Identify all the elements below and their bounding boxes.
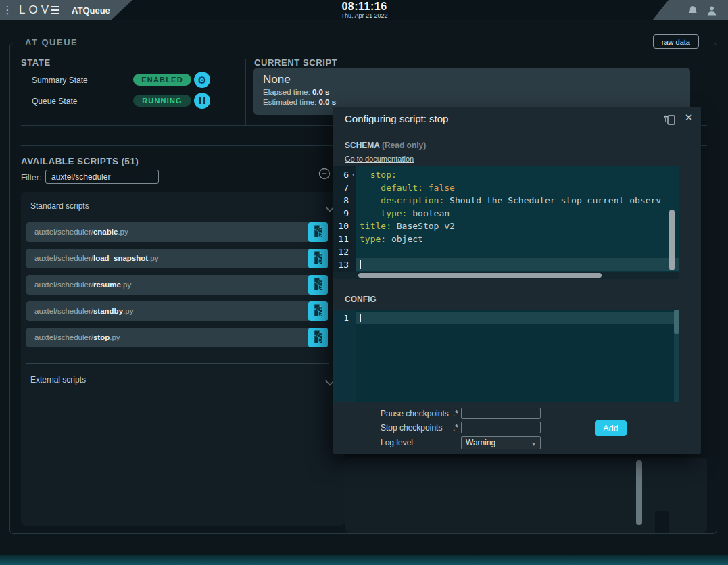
log-level-select[interactable]: Warning ▾ xyxy=(461,436,541,449)
panel-legend: AT QUEUE xyxy=(20,37,83,47)
line-number: 12 xyxy=(333,245,356,258)
script-path: auxtel/scheduler/stop.py xyxy=(34,328,120,347)
add-script-button[interactable]: Add xyxy=(595,420,627,436)
atqueue-view: ⋮ LOV ATQueue 08:11:16 Thu, Apr 21 2022 xyxy=(0,0,728,565)
external-scripts-header[interactable]: External scripts xyxy=(30,375,86,385)
read-only-note: (Read only) xyxy=(382,141,426,150)
estimated-time: Estimated time: 0.0 s xyxy=(263,97,690,107)
svg-text:</>: </> xyxy=(314,279,322,284)
code-line: 13 xyxy=(333,258,679,271)
scripts-group-divider xyxy=(26,363,329,364)
code-line: 10title: BaseStop v2 xyxy=(333,220,679,232)
launch-script-button[interactable]: </> xyxy=(308,222,328,242)
script-list-item[interactable]: auxtel/scheduler/load_snapshot.py </> xyxy=(26,249,328,268)
launch-script-button[interactable]: </> xyxy=(308,249,328,268)
scripts-list-container: Standard scripts auxtel/scheduler/enable… xyxy=(21,192,345,526)
script-list-item[interactable]: auxtel/scheduler/resume.py </> xyxy=(26,275,328,295)
pause-queue-button[interactable] xyxy=(194,93,210,109)
code-line: 9 type: boolean xyxy=(333,207,679,220)
stop-checkpoints-label: Stop checkpoints xyxy=(381,423,442,433)
launch-script-button[interactable]: </> xyxy=(308,301,328,321)
topbar-left-section: ⋮ LOV ATQueue xyxy=(0,0,132,20)
config-section-title: CONFIG xyxy=(345,295,377,304)
collapse-list-icon[interactable] xyxy=(318,168,331,180)
pause-checkpoints-label: Pause checkpoints xyxy=(381,409,449,418)
code-line: 7 default: false xyxy=(333,181,679,194)
summary-state-badge: ENABLED xyxy=(133,74,191,86)
svg-text:</>: </> xyxy=(314,253,322,257)
chevron-down-icon: ▾ xyxy=(532,438,535,450)
launch-script-button[interactable]: </> xyxy=(308,275,328,295)
clock-date: Thu, Apr 21 2022 xyxy=(316,12,412,19)
script-file-icon: </> xyxy=(311,224,325,241)
close-icon[interactable]: ✕ xyxy=(683,112,695,124)
log-level-label: Log level xyxy=(381,438,413,447)
script-list-item[interactable]: auxtel/scheduler/enable.py </> xyxy=(26,222,328,242)
horizontal-scrollbar[interactable] xyxy=(358,273,602,278)
user-account-icon[interactable] xyxy=(706,5,717,16)
pause-checkpoints-hint: .* xyxy=(446,409,458,418)
summary-state-gear-button[interactable]: ⚙ xyxy=(194,72,210,88)
vertical-scrollbar[interactable] xyxy=(636,460,642,525)
line-number: 6▾ xyxy=(333,168,356,181)
gear-icon: ⚙ xyxy=(197,75,206,85)
line-number: 7 xyxy=(333,181,356,194)
code-line: 1 xyxy=(333,312,679,324)
script-path: auxtel/scheduler/standby.py xyxy=(34,301,133,321)
code-line: 12 xyxy=(333,245,679,258)
stop-checkpoints-hint: .* xyxy=(446,423,458,433)
logo-separator xyxy=(66,6,66,15)
line-number: 1 xyxy=(333,312,356,324)
script-file-icon: </> xyxy=(311,251,325,267)
summary-state-label: Summary State xyxy=(32,76,88,85)
script-file-icon: </> xyxy=(311,303,325,320)
logo-e-bars-icon xyxy=(51,6,59,14)
code-line: 8 description: Should the Scheduler stop… xyxy=(333,194,679,207)
line-number: 8 xyxy=(333,194,356,207)
svg-text:</>: </> xyxy=(314,226,322,231)
config-code-editor[interactable]: 1 xyxy=(333,310,679,402)
detach-window-icon[interactable] xyxy=(661,113,677,126)
footer-bar xyxy=(0,555,728,565)
line-number: 10 xyxy=(333,220,356,232)
svg-text:</>: </> xyxy=(314,332,322,337)
launch-script-button[interactable]: </> xyxy=(308,328,328,347)
script-path: auxtel/scheduler/load_snapshot.py xyxy=(34,249,158,268)
script-path: auxtel/scheduler/enable.py xyxy=(34,222,128,242)
current-script-title: CURRENT SCRIPT xyxy=(254,57,337,68)
documentation-link[interactable]: Go to documentation xyxy=(345,155,414,163)
fold-caret-icon[interactable]: ▾ xyxy=(351,168,355,181)
notifications-bell-icon[interactable] xyxy=(687,5,698,16)
current-script-name: None xyxy=(263,72,690,87)
schema-code-editor[interactable]: 6▾ stop:7 default: false8 description: S… xyxy=(333,166,679,279)
love-logo: LOV xyxy=(19,3,59,17)
vertical-scrollbar[interactable] xyxy=(674,310,679,334)
menu-kebab-icon[interactable]: ⋮ xyxy=(0,4,15,16)
vertical-scrollbar[interactable] xyxy=(669,210,675,270)
queue-state-label: Queue State xyxy=(32,97,77,106)
queue-state-badge: RUNNING xyxy=(133,95,191,107)
stop-checkpoints-input[interactable] xyxy=(461,422,541,433)
text-cursor xyxy=(360,260,361,269)
section-divider xyxy=(245,59,246,126)
line-number: 13 xyxy=(333,258,356,271)
top-navigation-bar: ⋮ LOV ATQueue 08:11:16 Thu, Apr 21 2022 xyxy=(0,0,728,20)
elapsed-time: Elapsed time: 0.0 s xyxy=(263,87,690,97)
modal-title: Configuring script: stop xyxy=(345,113,448,124)
text-cursor xyxy=(360,314,361,322)
line-number: 11 xyxy=(333,232,356,245)
script-file-icon: </> xyxy=(311,277,325,293)
raw-data-button[interactable]: raw data xyxy=(653,34,699,49)
panel-inset xyxy=(655,511,669,533)
svg-text:</>: </> xyxy=(314,305,322,310)
clock-time: 08:11:16 xyxy=(316,1,412,12)
filter-input[interactable] xyxy=(45,170,159,184)
pause-checkpoints-input[interactable] xyxy=(461,408,541,419)
clock: 08:11:16 Thu, Apr 21 2022 xyxy=(316,1,412,19)
state-section-title: STATE xyxy=(21,57,51,68)
standard-scripts-header[interactable]: Standard scripts xyxy=(30,201,89,211)
pause-icon xyxy=(197,96,207,106)
script-file-icon: </> xyxy=(311,330,325,346)
script-list-item[interactable]: auxtel/scheduler/standby.py </> xyxy=(26,301,328,321)
script-list-item[interactable]: auxtel/scheduler/stop.py </> xyxy=(26,328,328,347)
